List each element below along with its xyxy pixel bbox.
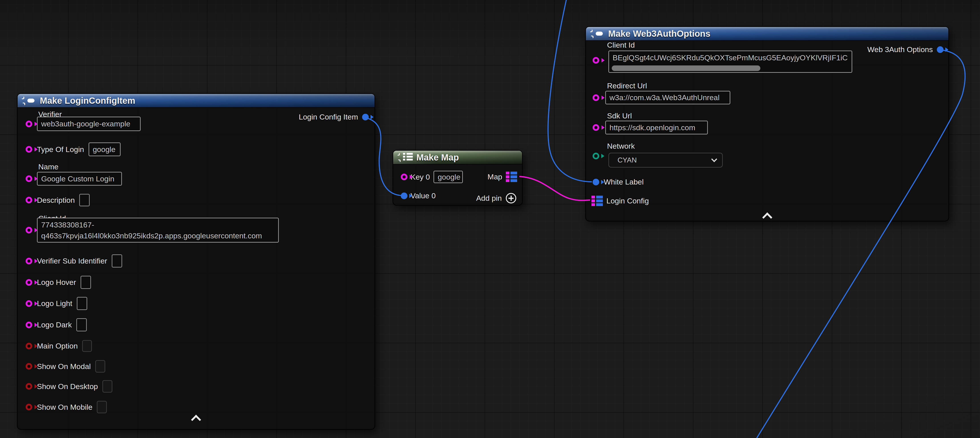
name-input[interactable]: Google Custom Login: [37, 172, 122, 186]
node-header-make-map[interactable]: Make Map: [393, 151, 522, 164]
horizontal-scrollbar-thumb[interactable]: [612, 65, 760, 71]
web3auth-options-output-row: Web 3Auth Options: [867, 45, 943, 54]
show-on-modal-pin[interactable]: [25, 363, 32, 370]
network-selected-value: CYAN: [617, 156, 637, 164]
description-input[interactable]: [79, 194, 90, 206]
client-id-pin[interactable]: [25, 227, 32, 234]
logo-light-pin[interactable]: [25, 300, 32, 307]
show-on-desktop-checkbox[interactable]: [102, 380, 112, 393]
collapse-chevron-icon[interactable]: [191, 415, 201, 425]
map-output-label: Map: [488, 172, 502, 181]
client-id-input[interactable]: BEglQSgt4cUWcj6SKRdu5QkOXTsePmMcusG5EAoy…: [608, 51, 852, 73]
white-label-pin[interactable]: [593, 179, 599, 185]
description-pin[interactable]: [25, 197, 32, 204]
blueprint-graph-canvas[interactable]: Make LoginConfigItem Login Config Item V…: [0, 0, 980, 438]
node-make-loginconfigitem[interactable]: Make LoginConfigItem Login Config Item V…: [17, 93, 375, 430]
logo-hover-input[interactable]: [81, 276, 91, 289]
value-0-pin[interactable]: [401, 193, 407, 199]
show-on-modal-label: Show On Modal: [37, 362, 91, 371]
description-label: Description: [37, 196, 75, 204]
client-id-input[interactable]: 774338308167-q463s7kpvja16l4l0kko3nb925i…: [37, 218, 279, 242]
make-struct-icon: [22, 96, 35, 105]
make-map-icon: [398, 152, 413, 162]
show-on-mobile-checkbox[interactable]: [97, 401, 107, 413]
collapse-chevron-icon[interactable]: [762, 212, 772, 222]
type-of-login-input[interactable]: google: [89, 142, 121, 156]
network-pin[interactable]: [593, 153, 599, 159]
login-config-label: Login Config: [606, 196, 649, 205]
type-of-login-label: Type Of Login: [37, 145, 84, 154]
redirect-url-pin[interactable]: [593, 94, 599, 101]
show-on-modal-checkbox[interactable]: [95, 360, 105, 373]
main-option-checkbox[interactable]: [82, 340, 92, 352]
add-pin-icon[interactable]: [506, 193, 516, 204]
node-title: Make Map: [416, 153, 459, 162]
key-0-pin[interactable]: [401, 174, 407, 180]
logo-hover-pin[interactable]: [25, 279, 32, 286]
show-on-desktop-label: Show On Desktop: [37, 382, 98, 391]
node-make-web3authoptions[interactable]: Make Web3AuthOptions Web 3Auth Options C…: [585, 26, 949, 221]
network-dropdown[interactable]: CYAN: [608, 153, 723, 167]
node-make-map[interactable]: Make Map Key 0 google Map Value 0 Add pi…: [393, 150, 523, 205]
node-title: Make LoginConfigItem: [40, 96, 135, 106]
output-pin-label: Login Config Item: [299, 113, 358, 121]
make-struct-icon: [591, 29, 604, 38]
show-on-desktop-pin[interactable]: [25, 383, 32, 390]
node-header-make-web3authoptions[interactable]: Make Web3AuthOptions: [586, 27, 948, 41]
map-output-pin[interactable]: [506, 172, 517, 182]
sdk-url-pin[interactable]: [593, 124, 599, 131]
logo-dark-pin[interactable]: [25, 322, 32, 328]
logo-light-input[interactable]: [77, 297, 87, 310]
logo-light-label: Logo Light: [37, 299, 72, 308]
white-label-label: White Label: [604, 178, 644, 186]
verifier-sub-identifier-pin[interactable]: [25, 258, 32, 264]
logo-dark-input[interactable]: [76, 318, 87, 331]
name-pin[interactable]: [25, 175, 32, 182]
node-title: Make Web3AuthOptions: [608, 29, 710, 39]
value-0-label: Value 0: [410, 191, 436, 200]
login-config-pin[interactable]: [592, 196, 603, 206]
web3auth-options-output-pin[interactable]: [937, 46, 943, 53]
chevron-down-icon: [711, 156, 717, 162]
key-0-label: Key 0: [410, 173, 430, 182]
name-label: Name: [38, 162, 59, 171]
key-0-input[interactable]: google: [433, 171, 463, 183]
redirect-url-label: Redirect Url: [607, 81, 647, 90]
client-id-pin[interactable]: [593, 57, 599, 64]
client-id-label: Client Id: [607, 41, 635, 49]
verifier-pin[interactable]: [25, 121, 32, 127]
type-of-login-pin[interactable]: [25, 146, 32, 153]
login-config-item-output-pin[interactable]: [362, 114, 369, 120]
main-option-pin[interactable]: [25, 343, 32, 349]
network-label: Network: [607, 142, 635, 150]
verifier-input[interactable]: web3auth-google-example: [37, 116, 141, 131]
node-header-make-loginconfigitem[interactable]: Make LoginConfigItem: [18, 94, 374, 108]
wire-map-to-loginconfig[interactable]: [519, 177, 590, 200]
logo-hover-label: Logo Hover: [37, 278, 76, 287]
verifier-sub-identifier-label: Verifier Sub Identifier: [37, 256, 107, 265]
output-pin-label: Web 3Auth Options: [867, 45, 933, 54]
main-option-label: Main Option: [37, 342, 78, 350]
sdk-url-label: Sdk Url: [607, 111, 632, 120]
add-pin-label: Add pin: [476, 194, 502, 202]
sdk-url-input[interactable]: https://sdk.openlogin.com: [605, 121, 708, 134]
redirect-url-input[interactable]: w3a://com.w3a.Web3AuthUnreal: [605, 91, 730, 104]
login-config-item-output-row: Login Config Item: [299, 113, 369, 121]
show-on-mobile-label: Show On Mobile: [37, 403, 92, 411]
verifier-sub-identifier-input[interactable]: [112, 254, 122, 268]
logo-dark-label: Logo Dark: [37, 320, 72, 329]
show-on-mobile-pin[interactable]: [25, 404, 32, 410]
